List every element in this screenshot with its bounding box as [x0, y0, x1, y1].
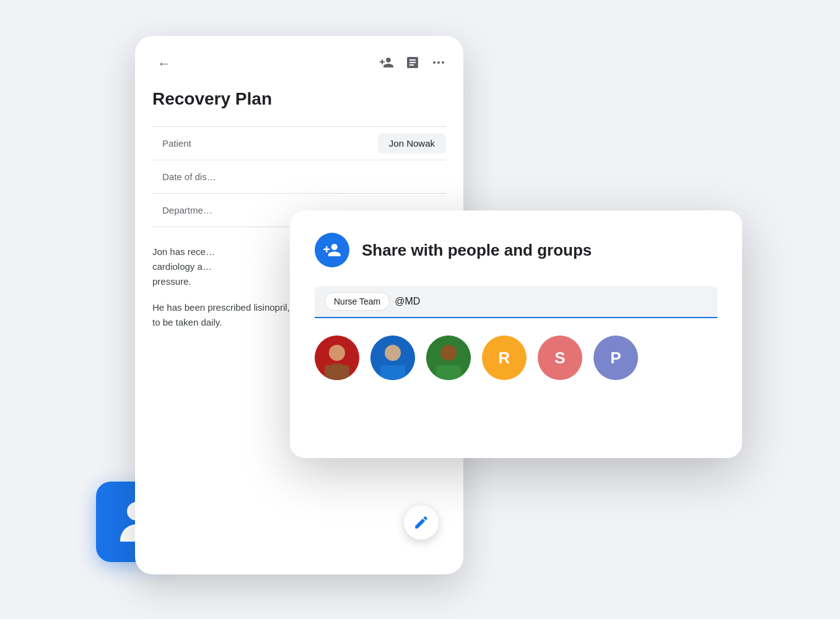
svg-rect-9: [380, 365, 405, 380]
svg-rect-12: [436, 365, 461, 380]
header-icons: [379, 55, 446, 73]
svg-point-8: [385, 345, 401, 361]
share-dialog-title: Share with people and groups: [362, 241, 592, 260]
patient-value: Jon Nowak: [378, 133, 446, 154]
person-add-icon[interactable]: [379, 55, 394, 73]
svg-point-0: [433, 61, 435, 64]
avatar-2[interactable]: [370, 335, 415, 380]
share-search-input[interactable]: [395, 296, 707, 307]
share-dialog: Share with people and groups Nurse Team: [290, 210, 742, 458]
table-row: Patient Jon Nowak: [152, 127, 446, 160]
avatar-5[interactable]: S: [538, 335, 582, 380]
svg-rect-6: [325, 365, 349, 380]
back-button[interactable]: ←: [152, 53, 176, 74]
recovery-header: ←: [135, 36, 463, 84]
more-icon[interactable]: [431, 55, 446, 73]
nurse-team-chip[interactable]: Nurse Team: [325, 292, 390, 311]
avatars-row: R S P: [315, 335, 717, 380]
avatar-6[interactable]: P: [593, 335, 638, 380]
date-label: Date of dis…: [152, 160, 426, 193]
person-add-icon: [323, 241, 341, 259]
avatar-1[interactable]: [315, 335, 359, 380]
svg-point-4: [329, 345, 345, 361]
scene: ←: [0, 0, 840, 619]
share-icon-circle: [315, 233, 349, 267]
svg-point-11: [440, 345, 457, 361]
share-header: Share with people and groups: [315, 233, 717, 267]
recovery-plan-title: Recovery Plan: [135, 84, 463, 126]
document-icon[interactable]: [405, 55, 420, 73]
avatar-3[interactable]: [426, 335, 471, 380]
patient-label: Patient: [152, 127, 378, 160]
table-row: Date of dis…: [152, 160, 446, 194]
avatar-4[interactable]: R: [482, 335, 527, 380]
share-input-area[interactable]: Nurse Team: [315, 286, 717, 318]
edit-fab-button[interactable]: [404, 505, 439, 540]
svg-point-1: [437, 61, 440, 64]
date-value: [426, 170, 446, 184]
svg-point-2: [442, 61, 444, 64]
